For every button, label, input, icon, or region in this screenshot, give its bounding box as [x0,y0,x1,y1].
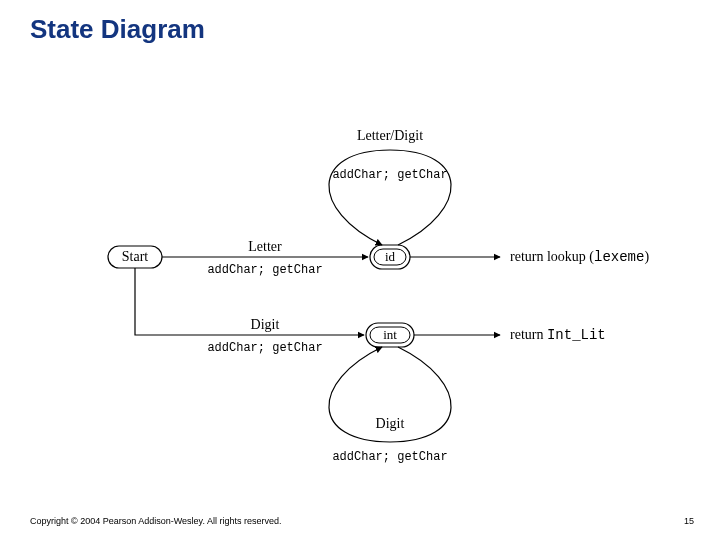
edge-start-to-int-label: Digit [251,317,280,332]
node-id-label: id [385,249,396,264]
state-diagram: Start id int Letter addChar; getChar Dig… [0,0,720,540]
edge-int-exit: return Int_Lit [414,327,606,343]
node-id: id [370,245,410,269]
edge-id-exit: return lookup (lexeme) [410,249,649,265]
edge-id-loop-label: Letter/Digit [357,128,423,143]
edge-id-loop-action: addChar; getChar [332,168,447,182]
edge-start-to-id: Letter addChar; getChar [162,239,368,277]
node-start-label: Start [122,249,149,264]
edge-start-to-int-action: addChar; getChar [207,341,322,355]
node-int: int [366,323,414,347]
edge-id-loop: Letter/Digit addChar; getChar [329,128,451,245]
edge-int-loop-label: Digit [376,416,405,431]
edge-int-loop: Digit addChar; getChar [329,347,451,464]
edge-int-loop-action: addChar; getChar [332,450,447,464]
edge-start-to-id-label: Letter [248,239,282,254]
node-start: Start [108,246,162,268]
edge-start-to-int: Digit addChar; getChar [135,268,364,355]
edge-int-exit-label: return Int_Lit [510,327,606,343]
node-int-label: int [383,327,397,342]
edge-id-exit-label: return lookup (lexeme) [510,249,649,265]
edge-start-to-id-action: addChar; getChar [207,263,322,277]
